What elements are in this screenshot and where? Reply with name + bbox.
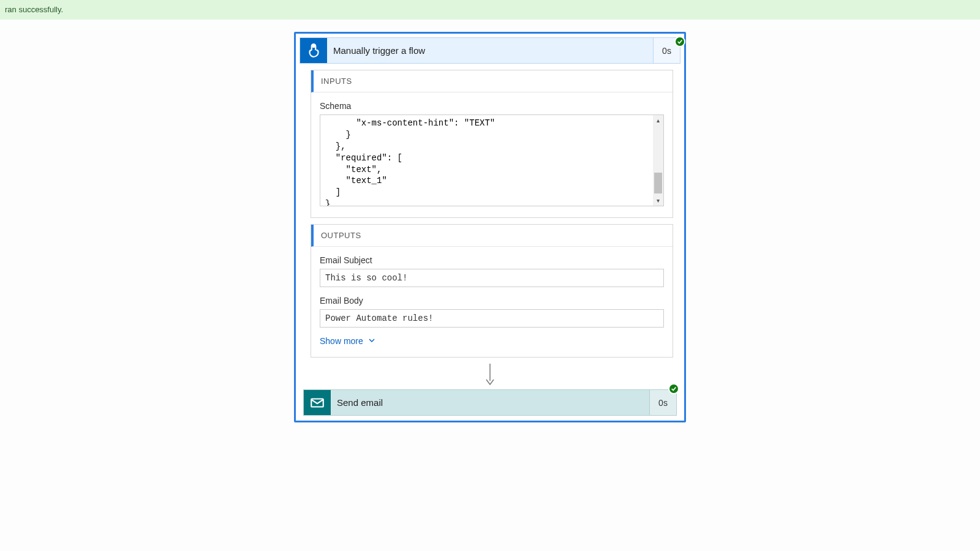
- output-value-1[interactable]: Power Automate rules!: [320, 309, 664, 328]
- output-label-0: Email Subject: [320, 255, 664, 265]
- arrow-connector: [296, 364, 684, 386]
- show-more-button[interactable]: Show more: [320, 336, 375, 346]
- touch-icon: [300, 38, 327, 63]
- scroll-down-icon[interactable]: ▾: [653, 195, 663, 206]
- output-value-0[interactable]: This is so cool!: [320, 269, 664, 287]
- inputs-panel: INPUTS Schema "x-ms-content-hint": "TEXT…: [311, 70, 673, 218]
- mail-icon: [304, 390, 331, 415]
- schema-label: Schema: [320, 101, 664, 111]
- check-icon: [674, 36, 685, 47]
- send-email-card[interactable]: Send email 0s: [303, 389, 677, 416]
- flow-container: Manually trigger a flow 0s INPUTS Schema…: [294, 32, 686, 422]
- send-title: Send email: [331, 390, 649, 415]
- schema-scrollbar[interactable]: ▴ ▾: [653, 115, 663, 206]
- scroll-up-icon[interactable]: ▴: [653, 115, 663, 126]
- inputs-header: INPUTS: [311, 70, 673, 92]
- scroll-thumb[interactable]: [654, 173, 662, 193]
- trigger-card[interactable]: Manually trigger a flow 0s: [300, 37, 680, 64]
- schema-box[interactable]: "x-ms-content-hint": "TEXT" } }, "requir…: [320, 114, 664, 206]
- outputs-panel: OUTPUTS Email Subject This is so cool! E…: [311, 224, 673, 358]
- chevron-down-icon: [368, 336, 375, 346]
- success-text: ran successfully.: [5, 5, 63, 14]
- trigger-title: Manually trigger a flow: [327, 38, 653, 63]
- svg-point-0: [312, 44, 315, 47]
- schema-content: "x-ms-content-hint": "TEXT" } }, "requir…: [320, 115, 663, 206]
- output-label-1: Email Body: [320, 296, 664, 305]
- success-bar: ran successfully.: [0, 0, 980, 20]
- outputs-header: OUTPUTS: [311, 225, 673, 247]
- flow-canvas: Manually trigger a flow 0s INPUTS Schema…: [0, 20, 980, 422]
- show-more-label: Show more: [320, 336, 363, 346]
- check-icon: [668, 383, 679, 394]
